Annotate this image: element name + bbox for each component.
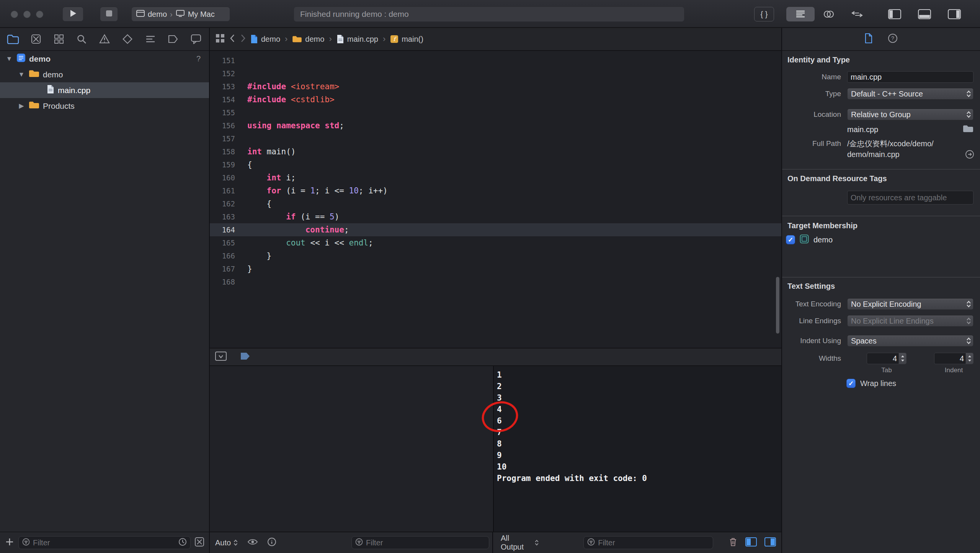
code-line[interactable]: 164 continue;	[210, 223, 781, 236]
target-checkbox[interactable]	[786, 235, 795, 244]
variables-filter-field[interactable]	[351, 536, 489, 549]
navigator-filter-field[interactable]	[18, 536, 191, 549]
stepper-icon[interactable]	[965, 353, 973, 364]
resource-tags-input[interactable]	[848, 193, 973, 202]
breadcrumb-file[interactable]: main.cpp	[336, 34, 378, 44]
debug-panel-toggle[interactable]	[915, 7, 934, 21]
assistant-editor-button[interactable]	[815, 7, 843, 21]
breadcrumb-function[interactable]: f main()	[390, 35, 423, 44]
console-filter-input[interactable]	[598, 538, 710, 547]
close-button[interactable]	[11, 11, 18, 18]
add-button[interactable]	[5, 537, 15, 548]
disclosure-down-icon[interactable]: ▼	[5, 55, 13, 63]
show-console-view-toggle[interactable]	[764, 537, 776, 548]
console-scope-popup[interactable]: All Output	[501, 534, 539, 551]
line-number[interactable]: 162	[210, 197, 235, 210]
debug-navigator-tab[interactable]	[143, 34, 158, 44]
name-field[interactable]	[847, 71, 973, 83]
line-number[interactable]: 167	[210, 262, 235, 275]
line-number[interactable]: 166	[210, 249, 235, 262]
inspector-panel-toggle[interactable]	[944, 7, 964, 21]
line-number[interactable]: 168	[210, 275, 235, 288]
line-number[interactable]: 151	[210, 54, 235, 67]
file-inspector-tab[interactable]	[865, 33, 872, 45]
tree-item-project-demo[interactable]: ▼ demo ?	[0, 51, 209, 67]
scm-filter-icon[interactable]	[194, 537, 204, 548]
minimize-button[interactable]	[23, 11, 31, 18]
line-number[interactable]: 165	[210, 236, 235, 249]
name-input[interactable]	[848, 73, 973, 82]
indent-width-input[interactable]	[934, 354, 965, 363]
code-line[interactable]: 152	[210, 67, 781, 80]
scheme-selector[interactable]: demo › My Mac	[131, 7, 230, 21]
tab-width-input[interactable]	[867, 354, 898, 363]
version-editor-button[interactable]	[843, 7, 871, 21]
code-editor[interactable]: 151152153#include <iostream>154#include …	[210, 51, 781, 348]
line-number[interactable]: 161	[210, 184, 235, 197]
navigator-panel-toggle[interactable]	[885, 7, 905, 21]
hide-debug-area-button[interactable]	[215, 352, 227, 362]
location-dropdown[interactable]: Relative to Group	[847, 109, 973, 120]
breadcrumb-group[interactable]: demo	[292, 35, 324, 44]
code-line[interactable]: 159{	[210, 158, 781, 171]
code-line[interactable]: 165 cout << i << endl;	[210, 236, 781, 249]
line-number[interactable]: 157	[210, 132, 235, 145]
reveal-folder-icon[interactable]	[963, 124, 973, 134]
indent-using-dropdown[interactable]: Spaces	[847, 335, 973, 347]
symbol-navigator-tab[interactable]	[51, 34, 67, 44]
console-filter-field[interactable]	[583, 536, 713, 549]
type-dropdown[interactable]: Default - C++ Source	[847, 88, 973, 100]
quicklook-eye-icon[interactable]	[247, 538, 258, 547]
indent-width-field[interactable]	[934, 353, 973, 364]
disclosure-down-icon[interactable]: ▼	[18, 71, 25, 79]
code-line[interactable]: 161 for (i = 1; i <= 10; i++)	[210, 184, 781, 197]
text-encoding-dropdown[interactable]: No Explicit Encoding	[847, 298, 973, 310]
line-number[interactable]: 153	[210, 80, 235, 93]
line-number[interactable]: 155	[210, 106, 235, 119]
open-path-arrow-icon[interactable]	[965, 150, 974, 160]
info-icon[interactable]	[267, 537, 276, 548]
standard-editor-button[interactable]	[786, 7, 815, 21]
code-line[interactable]: 166 }	[210, 249, 781, 262]
source-control-tab[interactable]	[28, 34, 44, 44]
stop-button[interactable]	[100, 7, 118, 21]
line-number[interactable]: 159	[210, 158, 235, 171]
code-line[interactable]: 162 {	[210, 197, 781, 210]
code-line[interactable]: 160 int i;	[210, 171, 781, 184]
breadcrumb-project[interactable]: demo	[250, 34, 280, 44]
stepper-icon[interactable]	[898, 353, 906, 364]
clear-console-button[interactable]	[728, 537, 738, 548]
code-line[interactable]: 153#include <iostream>	[210, 80, 781, 93]
report-navigator-tab[interactable]	[188, 34, 204, 44]
tree-item-products[interactable]: ▶ Products	[0, 98, 209, 114]
line-number[interactable]: 160	[210, 171, 235, 184]
show-variables-view-toggle[interactable]	[745, 537, 757, 548]
line-number[interactable]: 163	[210, 210, 235, 223]
breakpoints-toggle-icon[interactable]	[240, 352, 250, 362]
tab-width-field[interactable]	[867, 353, 906, 364]
line-endings-dropdown[interactable]: No Explicit Line Endings	[847, 315, 973, 327]
recent-files-clock-icon[interactable]	[178, 537, 187, 548]
code-line[interactable]: 154#include <cstdlib>	[210, 93, 781, 106]
code-line[interactable]: 158int main()	[210, 145, 781, 158]
disclosure-right-icon[interactable]: ▶	[18, 102, 25, 110]
variables-filter-input[interactable]	[366, 538, 486, 547]
breakpoint-navigator-tab[interactable]	[165, 34, 181, 44]
code-line[interactable]: 168	[210, 275, 781, 288]
issue-navigator-tab[interactable]	[97, 34, 112, 44]
zoom-button[interactable]	[36, 11, 43, 18]
code-line[interactable]: 167}	[210, 262, 781, 275]
editor-scrollbar[interactable]	[776, 277, 779, 334]
line-number[interactable]: 164	[210, 223, 235, 236]
run-button[interactable]	[62, 7, 83, 21]
line-number[interactable]: 156	[210, 119, 235, 132]
navigator-filter-input[interactable]	[33, 538, 175, 547]
console-view[interactable]: 1234678910Program ended with exit code: …	[494, 366, 781, 532]
back-button[interactable]	[229, 33, 236, 45]
code-line[interactable]: 156using namespace std;	[210, 119, 781, 132]
wrap-lines-checkbox[interactable]	[846, 379, 856, 388]
forward-button[interactable]	[240, 33, 247, 45]
tree-item-main-cpp[interactable]: main.cpp	[0, 82, 209, 98]
code-line[interactable]: 163 if (i == 5)	[210, 210, 781, 223]
find-navigator-tab[interactable]	[74, 34, 89, 44]
